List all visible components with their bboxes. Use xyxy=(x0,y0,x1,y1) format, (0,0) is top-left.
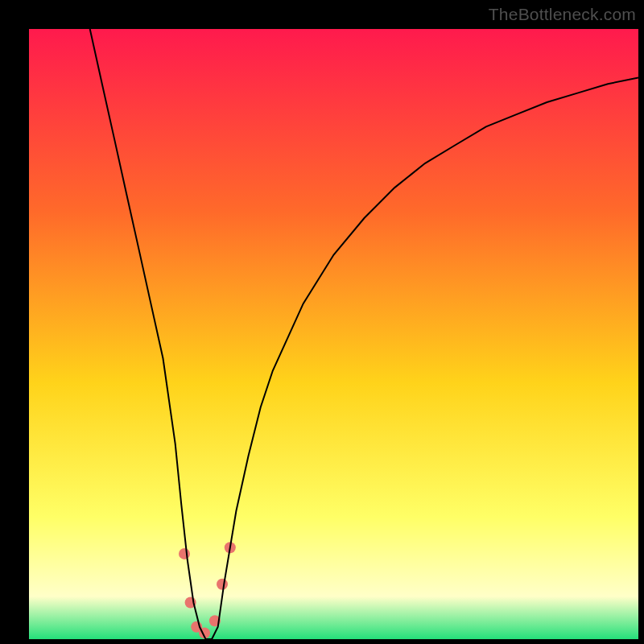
gradient-background xyxy=(29,29,638,639)
data-marker xyxy=(179,548,190,559)
chart-frame: TheBottleneck.com xyxy=(0,0,644,644)
plot-area xyxy=(29,29,638,639)
plot-svg xyxy=(29,29,638,639)
watermark-text: TheBottleneck.com xyxy=(489,5,636,24)
data-marker xyxy=(217,579,228,590)
